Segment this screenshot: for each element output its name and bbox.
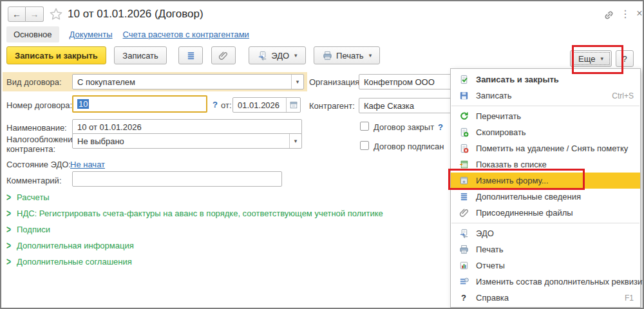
save-icon — [459, 91, 469, 101]
menu-item-label: Пометить на удаление / Снять пометку — [476, 144, 628, 153]
print-icon — [322, 50, 332, 61]
forward-arrow-icon: → — [30, 9, 39, 19]
edo-state-link[interactable]: Не начат — [70, 160, 105, 169]
get-link-icon[interactable] — [601, 8, 616, 22]
menu-item-edit-form[interactable]: Изменить форму... — [451, 173, 640, 189]
contract-type-label: Вид договора: — [6, 77, 62, 87]
close-icon[interactable]: × — [632, 6, 644, 21]
kebab-menu-icon[interactable]: ⋮ — [618, 6, 632, 21]
taxation-label: Налогообложение контрагента: — [6, 135, 68, 154]
section-label: НДС: Регистрировать счета-фактуры на ава… — [17, 209, 383, 218]
date-input[interactable]: 01.01.2026 — [232, 97, 301, 113]
section-additional-agreements[interactable]: >Дополнительные соглашения — [6, 254, 383, 270]
section-vat[interactable]: >НДС: Регистрировать счета-фактуры на ав… — [6, 205, 383, 221]
menu-item-copy[interactable]: Скопировать — [451, 124, 640, 140]
checkbox-label-contract-signed[interactable]: Договор подписан — [374, 142, 444, 151]
help-icon: ? — [459, 293, 469, 303]
name-input[interactable]: 10 от 01.01.2026 — [72, 119, 302, 135]
tab-settlement-accounts[interactable]: Счета расчетов с контрагентами — [123, 30, 249, 39]
menu-item-label: Показать в списке — [476, 160, 547, 169]
menu-item-attached-files[interactable]: Присоединенные файлы — [451, 205, 640, 221]
menu-item-reports[interactable]: Отчеты — [451, 258, 640, 274]
chevron-down-icon[interactable]: ▾ — [291, 75, 303, 89]
paperclip-icon — [218, 50, 229, 61]
refresh-icon — [459, 111, 469, 122]
tab-documents[interactable]: Документы — [70, 30, 113, 39]
contract-number-help-icon[interactable]: ? — [213, 100, 218, 109]
reports-icon — [459, 261, 469, 271]
section-settlements[interactable]: >Расчеты — [6, 189, 383, 205]
edo-icon — [257, 50, 267, 61]
more-button[interactable]: Еще▾ — [570, 50, 612, 67]
chevron-right-icon: > — [6, 207, 11, 219]
edit-attributes-icon — [459, 277, 469, 287]
tab-main[interactable]: Основное — [6, 26, 59, 42]
menu-item-label: Записать — [476, 91, 512, 100]
help-icon[interactable]: ? — [438, 122, 443, 132]
selected-text: 10 — [77, 99, 89, 109]
additional-info-icon — [459, 192, 469, 202]
menu-item-help[interactable]: ?СправкаF1 — [451, 290, 640, 306]
menu-separator — [451, 106, 639, 106]
collapsible-sections: >Расчеты>НДС: Регистрировать счета-факту… — [6, 189, 383, 270]
chevron-right-icon: > — [6, 223, 11, 235]
edo-button[interactable]: ЭДО▾ — [249, 46, 305, 64]
contract-number-label: Номер договора: — [6, 100, 72, 110]
menu-item-additional-info[interactable]: Дополнительные сведения — [451, 189, 640, 205]
chevron-right-icon: > — [6, 239, 11, 251]
menu-item-shortcut: Ctrl+S — [612, 91, 634, 100]
print-icon — [459, 245, 469, 255]
menu-item-label: ЭДО — [476, 229, 494, 238]
comment-label: Комментарий: — [6, 176, 62, 185]
menu-item-label: Изменить состав дополнительных реквизито… — [476, 277, 644, 286]
menu-item-shortcut: F1 — [625, 294, 634, 303]
section-tabs: ОсновноеДокументыСчета расчетов с контра… — [6, 26, 249, 42]
menu-item-show-in-list[interactable]: Показать в списке — [451, 156, 640, 173]
back-button[interactable]: ← — [8, 6, 26, 22]
chevron-down-icon[interactable]: ▾ — [289, 134, 301, 148]
mark-deletion-icon — [459, 144, 469, 154]
menu-item-edit-attributes[interactable]: Изменить состав дополнительных реквизито… — [451, 274, 640, 290]
section-signatures[interactable]: >Подписи — [6, 221, 383, 238]
menu-item-label: Присоединенные файлы — [476, 208, 573, 218]
print-button[interactable]: Печать▾ — [314, 46, 380, 64]
menu-item-save-and-close[interactable]: Записать и закрыть — [451, 71, 640, 88]
menu-item-edo[interactable]: ЭДО — [451, 225, 640, 241]
more-dropdown-menu: Записать и закрытьЗаписатьCtrl+SПеречита… — [450, 68, 641, 308]
save-button[interactable]: Записать — [114, 46, 167, 64]
menu-item-label: Отчеты — [476, 261, 505, 270]
checkbox-contract-signed[interactable] — [360, 141, 369, 150]
menu-item-label: Дополнительные сведения — [476, 192, 581, 201]
favorite-star-icon[interactable] — [49, 7, 63, 21]
menu-item-save[interactable]: ЗаписатьCtrl+S — [451, 88, 640, 104]
calendar-icon[interactable] — [286, 98, 300, 112]
date-label: от: — [221, 100, 232, 110]
additional-info-button[interactable] — [178, 46, 203, 64]
menu-item-label: Записать и закрыть — [476, 75, 559, 84]
contract-form-window: ← → 10 от 01.01.2026 (Договор) ⋮ × Основ… — [0, 0, 644, 309]
copy-icon — [459, 127, 469, 138]
menu-item-mark-deletion[interactable]: Пометить на удаление / Снять пометку — [451, 140, 640, 156]
section-label: Дополнительная информация — [17, 241, 134, 250]
page-title: 10 от 01.01.2026 (Договор) — [68, 8, 204, 21]
contract-type-select[interactable]: С покупателем ▾ — [72, 74, 304, 89]
checkbox-label-contract-closed[interactable]: Договор закрыт? — [374, 122, 443, 132]
menu-item-print[interactable]: Печать — [451, 241, 640, 258]
organization-label: Организация: — [309, 77, 362, 87]
chevron-down-icon: ▾ — [369, 52, 372, 59]
menu-separator — [451, 223, 639, 223]
attached-files-button[interactable] — [211, 46, 236, 64]
section-additional-info[interactable]: >Дополнительная информация — [6, 238, 383, 254]
taxation-select[interactable]: Не выбрано ▾ — [72, 133, 302, 149]
chevron-right-icon: > — [6, 191, 11, 203]
menu-item-reread[interactable]: Перечитать — [451, 108, 640, 124]
comment-input[interactable] — [72, 171, 282, 187]
contract-number-input[interactable]: 10 — [72, 95, 207, 113]
forward-button[interactable]: → — [26, 6, 44, 22]
counterparty-label: Контрагент: — [309, 101, 355, 111]
section-label: Подписи — [17, 225, 50, 234]
name-label: Наименование: — [6, 123, 67, 133]
save-and-close-button[interactable]: Записать и закрыть — [6, 46, 106, 64]
help-button[interactable]: ? — [616, 50, 634, 67]
checkbox-contract-closed[interactable] — [360, 122, 369, 131]
